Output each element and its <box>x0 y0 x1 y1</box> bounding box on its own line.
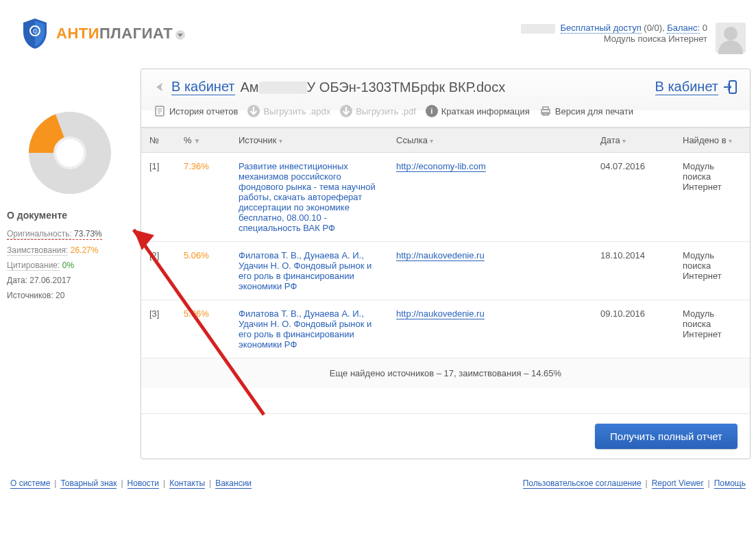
row-link[interactable]: http://economy-lib.com <box>388 153 592 242</box>
footer-link[interactable]: Report Viewer <box>652 478 704 489</box>
row-date: 18.10.2014 <box>592 242 674 300</box>
col-found[interactable]: Найдено в▾ <box>674 128 750 153</box>
document-icon <box>154 105 166 117</box>
cite-label: Цитирование: <box>7 260 60 271</box>
svg-text:©: © <box>33 28 38 35</box>
row-link[interactable]: http://naukovedenie.ru <box>388 242 592 300</box>
balance-link[interactable]: Баланс: <box>667 23 700 34</box>
row-num: [2] <box>141 242 175 300</box>
footer-link[interactable]: О системе <box>10 478 50 489</box>
short-info-button[interactable]: i Краткая информация <box>426 105 530 117</box>
row-found: Модуль поиска Интернет <box>674 153 750 242</box>
cite-value: 0% <box>62 260 74 270</box>
avatar[interactable] <box>716 23 746 53</box>
export-apdx-label: Выгрузить .apdx <box>263 106 330 117</box>
row-found: Модуль поиска Интернет <box>674 300 750 359</box>
row-date: 04.07.2016 <box>592 153 674 242</box>
export-apdx-button: Выгрузить .apdx <box>247 105 330 117</box>
logo[interactable]: © АНТИПЛАГИАТ <box>21 17 185 50</box>
doc-title-post: У ОБЭн-1303ТМБрфк ВКР.docx <box>307 80 506 95</box>
cabinet-link[interactable]: В кабинет <box>655 79 719 95</box>
svg-rect-11 <box>543 107 548 110</box>
col-source[interactable]: Источник▾ <box>230 128 388 153</box>
borrow-value: 26.27% <box>71 245 99 255</box>
row-link[interactable]: http://naukovedenie.ru <box>388 300 592 359</box>
breadcrumb-back[interactable]: В кабинет <box>171 79 235 95</box>
row-pct: 7.36% <box>175 153 230 242</box>
print-button[interactable]: Версия для печати <box>539 105 633 117</box>
sidebar-title: О документе <box>7 210 134 221</box>
short-info-label: Краткая информация <box>441 106 530 117</box>
col-pct[interactable]: %▼ <box>175 128 230 153</box>
back-arrow-icon[interactable] <box>154 80 167 94</box>
row-source[interactable]: Филатова Т. В., Дунаева А. И., Удачин Н.… <box>230 242 388 300</box>
footer-link[interactable]: Пользовательское соглашение <box>523 478 642 489</box>
balance-value: 0 <box>703 23 707 33</box>
printer-icon <box>539 105 552 117</box>
sources-label: Источников: <box>7 291 53 300</box>
sources-table: № %▼ Источник▾ Ссылка▾ Дата▾ Найдено в▾ … <box>141 128 750 359</box>
footer-link[interactable]: Товарный знак <box>60 478 117 489</box>
date-value: 27.06.2017 <box>29 276 71 285</box>
export-pdf-label: Выгрузить .pdf <box>356 106 416 117</box>
export-pdf-button: Выгрузить .pdf <box>340 105 416 117</box>
redacted <box>521 24 555 34</box>
free-count: (0/0), <box>644 23 664 33</box>
footer-link[interactable]: Контакты <box>169 478 205 489</box>
download-icon <box>247 105 260 117</box>
logo-plag: ПЛАГИАТ <box>99 25 173 42</box>
free-access-link[interactable]: Бесплатный доступ <box>561 23 642 34</box>
originality-label: Оригинальность: <box>7 229 72 239</box>
footer-link[interactable]: Новости <box>127 478 159 489</box>
row-num: [3] <box>141 300 175 359</box>
logo-dropdown-icon[interactable] <box>175 30 185 40</box>
col-num[interactable]: № <box>141 128 175 153</box>
date-label: Дата: <box>7 276 27 285</box>
footer-left-links: О системе|Товарный знак|Новости|Контакты… <box>10 478 252 489</box>
footer-right-links: Пользовательское соглашение|Report Viewe… <box>523 478 746 489</box>
col-date[interactable]: Дата▾ <box>592 128 674 153</box>
col-link[interactable]: Ссылка▾ <box>388 128 592 153</box>
download-icon <box>340 105 352 117</box>
table-row: [1]7.36%Развитие инвестиционных механизм… <box>141 153 750 242</box>
row-date: 09.10.2016 <box>592 300 674 359</box>
table-row: [2]5.06%Филатова Т. В., Дунаева А. И., У… <box>141 242 750 300</box>
originality-donut-chart <box>7 81 123 197</box>
info-icon: i <box>426 105 438 117</box>
footer-link[interactable]: Вакансии <box>215 478 252 489</box>
row-source[interactable]: Развитие инвестиционных механизмов росси… <box>230 153 388 242</box>
more-sources-row[interactable]: Еще найдено источников – 17, заимствован… <box>141 359 750 388</box>
row-source[interactable]: Филатова Т. В., Дунаева А. И., Удачин Н.… <box>230 300 388 359</box>
full-report-button[interactable]: Получить полный отчет <box>595 424 737 449</box>
redacted <box>259 82 307 94</box>
borrow-label: Заимствования: <box>7 245 68 256</box>
shield-icon: © <box>21 17 49 50</box>
sources-value: 20 <box>56 291 64 300</box>
history-label: История отчетов <box>169 106 238 117</box>
row-pct: 5.06% <box>175 300 230 359</box>
row-found: Модуль поиска Интернет <box>674 242 750 300</box>
login-icon[interactable] <box>722 80 737 95</box>
logo-anti: АНТИ <box>56 25 99 42</box>
module-name: Модуль поиска Интернет <box>521 34 707 44</box>
footer-link[interactable]: Помощь <box>714 478 746 489</box>
history-button[interactable]: История отчетов <box>154 105 238 117</box>
row-num: [1] <box>141 153 175 242</box>
doc-title-pre: Ам <box>241 80 259 95</box>
print-label: Версия для печати <box>555 106 633 117</box>
row-pct: 5.06% <box>175 242 230 300</box>
originality-value: 73.73% <box>74 229 102 239</box>
table-row: [3]5.06%Филатова Т. В., Дунаева А. И., У… <box>141 300 750 359</box>
